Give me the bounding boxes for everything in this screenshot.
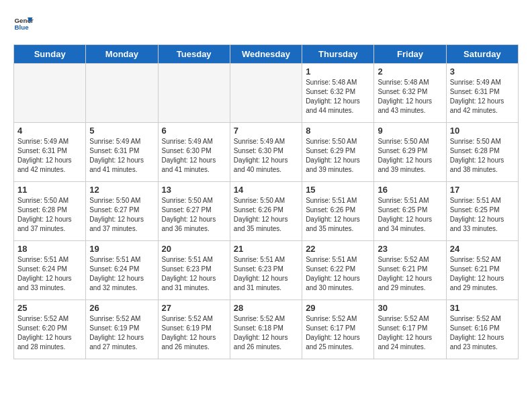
page-header: General Blue [13,13,519,34]
week-row-2: 4Sunrise: 5:49 AM Sunset: 6:31 PM Daylig… [14,123,519,182]
day-info: Sunrise: 5:51 AM Sunset: 6:24 PM Dayligh… [89,255,154,293]
day-cell: 31Sunrise: 5:52 AM Sunset: 6:16 PM Dayli… [446,300,518,359]
day-info: Sunrise: 5:49 AM Sunset: 6:31 PM Dayligh… [450,78,515,116]
calendar-table: SundayMondayTuesdayWednesdayThursdayFrid… [13,44,519,359]
day-number: 4 [17,126,82,136]
day-cell: 2Sunrise: 5:48 AM Sunset: 6:32 PM Daylig… [374,64,446,123]
day-number: 30 [378,303,442,313]
day-cell: 4Sunrise: 5:49 AM Sunset: 6:31 PM Daylig… [14,123,86,182]
day-number: 9 [378,126,442,136]
header-row: SundayMondayTuesdayWednesdayThursdayFrid… [14,45,519,64]
svg-text:Blue: Blue [15,24,30,31]
col-header-saturday: Saturday [446,45,518,64]
week-row-4: 18Sunrise: 5:51 AM Sunset: 6:24 PM Dayli… [14,241,519,300]
day-number: 7 [234,126,298,136]
day-number: 11 [17,185,82,195]
day-info: Sunrise: 5:49 AM Sunset: 6:30 PM Dayligh… [234,137,298,175]
day-info: Sunrise: 5:52 AM Sunset: 6:18 PM Dayligh… [234,314,298,352]
day-cell: 11Sunrise: 5:50 AM Sunset: 6:28 PM Dayli… [14,182,86,241]
day-info: Sunrise: 5:51 AM Sunset: 6:26 PM Dayligh… [306,196,370,234]
day-cell: 10Sunrise: 5:50 AM Sunset: 6:28 PM Dayli… [446,123,518,182]
logo-icon: General Blue [13,13,34,34]
week-row-5: 25Sunrise: 5:52 AM Sunset: 6:20 PM Dayli… [14,300,519,359]
day-number: 24 [450,244,515,254]
day-cell: 12Sunrise: 5:50 AM Sunset: 6:27 PM Dayli… [86,182,158,241]
day-info: Sunrise: 5:52 AM Sunset: 6:21 PM Dayligh… [450,255,515,293]
day-number: 31 [450,303,515,313]
day-number: 27 [162,303,226,313]
day-info: Sunrise: 5:51 AM Sunset: 6:23 PM Dayligh… [162,255,226,293]
day-cell: 20Sunrise: 5:51 AM Sunset: 6:23 PM Dayli… [158,241,230,300]
day-number: 5 [89,126,154,136]
day-cell: 29Sunrise: 5:52 AM Sunset: 6:17 PM Dayli… [302,300,374,359]
day-info: Sunrise: 5:50 AM Sunset: 6:27 PM Dayligh… [89,196,154,234]
day-number: 20 [162,244,226,254]
day-cell [14,64,86,123]
day-cell [230,64,302,123]
day-info: Sunrise: 5:50 AM Sunset: 6:27 PM Dayligh… [162,196,226,234]
col-header-sunday: Sunday [14,45,86,64]
day-info: Sunrise: 5:52 AM Sunset: 6:17 PM Dayligh… [306,314,370,352]
day-number: 16 [378,185,442,195]
day-cell: 16Sunrise: 5:51 AM Sunset: 6:25 PM Dayli… [374,182,446,241]
day-info: Sunrise: 5:51 AM Sunset: 6:22 PM Dayligh… [306,255,370,293]
day-cell: 14Sunrise: 5:50 AM Sunset: 6:26 PM Dayli… [230,182,302,241]
day-cell: 26Sunrise: 5:52 AM Sunset: 6:19 PM Dayli… [86,300,158,359]
day-number: 19 [89,244,154,254]
day-cell: 23Sunrise: 5:52 AM Sunset: 6:21 PM Dayli… [374,241,446,300]
day-number: 2 [378,66,442,77]
day-cell: 22Sunrise: 5:51 AM Sunset: 6:22 PM Dayli… [302,241,374,300]
day-number: 22 [306,244,370,254]
day-info: Sunrise: 5:50 AM Sunset: 6:29 PM Dayligh… [306,137,370,175]
day-cell: 8Sunrise: 5:50 AM Sunset: 6:29 PM Daylig… [302,123,374,182]
day-info: Sunrise: 5:50 AM Sunset: 6:26 PM Dayligh… [234,196,298,234]
day-number: 23 [378,244,442,254]
day-number: 25 [17,303,82,313]
day-cell: 27Sunrise: 5:52 AM Sunset: 6:19 PM Dayli… [158,300,230,359]
day-number: 17 [450,185,515,195]
day-number: 15 [306,185,370,195]
day-info: Sunrise: 5:52 AM Sunset: 6:17 PM Dayligh… [378,314,442,352]
day-cell: 18Sunrise: 5:51 AM Sunset: 6:24 PM Dayli… [14,241,86,300]
day-info: Sunrise: 5:50 AM Sunset: 6:28 PM Dayligh… [450,137,515,175]
day-info: Sunrise: 5:50 AM Sunset: 6:28 PM Dayligh… [17,196,82,234]
day-cell: 19Sunrise: 5:51 AM Sunset: 6:24 PM Dayli… [86,241,158,300]
col-header-friday: Friday [374,45,446,64]
day-info: Sunrise: 5:51 AM Sunset: 6:24 PM Dayligh… [17,255,82,293]
day-cell: 21Sunrise: 5:51 AM Sunset: 6:23 PM Dayli… [230,241,302,300]
day-info: Sunrise: 5:52 AM Sunset: 6:19 PM Dayligh… [89,314,154,352]
day-info: Sunrise: 5:48 AM Sunset: 6:32 PM Dayligh… [378,78,442,116]
day-cell: 24Sunrise: 5:52 AM Sunset: 6:21 PM Dayli… [446,241,518,300]
day-cell: 5Sunrise: 5:49 AM Sunset: 6:31 PM Daylig… [86,123,158,182]
day-info: Sunrise: 5:52 AM Sunset: 6:16 PM Dayligh… [450,314,515,352]
day-cell [86,64,158,123]
day-cell: 13Sunrise: 5:50 AM Sunset: 6:27 PM Dayli… [158,182,230,241]
day-number: 6 [162,126,226,136]
day-number: 18 [17,244,82,254]
day-info: Sunrise: 5:51 AM Sunset: 6:25 PM Dayligh… [378,196,442,234]
day-cell: 30Sunrise: 5:52 AM Sunset: 6:17 PM Dayli… [374,300,446,359]
day-cell: 15Sunrise: 5:51 AM Sunset: 6:26 PM Dayli… [302,182,374,241]
day-info: Sunrise: 5:52 AM Sunset: 6:21 PM Dayligh… [378,255,442,293]
day-number: 28 [234,303,298,313]
day-info: Sunrise: 5:49 AM Sunset: 6:31 PM Dayligh… [89,137,154,175]
day-info: Sunrise: 5:49 AM Sunset: 6:31 PM Dayligh… [17,137,82,175]
day-info: Sunrise: 5:51 AM Sunset: 6:25 PM Dayligh… [450,196,515,234]
day-number: 14 [234,185,298,195]
day-info: Sunrise: 5:48 AM Sunset: 6:32 PM Dayligh… [306,78,370,116]
day-info: Sunrise: 5:49 AM Sunset: 6:30 PM Dayligh… [162,137,226,175]
day-number: 26 [89,303,154,313]
day-number: 8 [306,126,370,136]
col-header-wednesday: Wednesday [230,45,302,64]
day-cell: 9Sunrise: 5:50 AM Sunset: 6:29 PM Daylig… [374,123,446,182]
col-header-tuesday: Tuesday [158,45,230,64]
day-info: Sunrise: 5:52 AM Sunset: 6:20 PM Dayligh… [17,314,82,352]
week-row-1: 1Sunrise: 5:48 AM Sunset: 6:32 PM Daylig… [14,64,519,123]
day-cell: 3Sunrise: 5:49 AM Sunset: 6:31 PM Daylig… [446,64,518,123]
day-cell: 7Sunrise: 5:49 AM Sunset: 6:30 PM Daylig… [230,123,302,182]
day-cell [158,64,230,123]
day-info: Sunrise: 5:50 AM Sunset: 6:29 PM Dayligh… [378,137,442,175]
day-cell: 6Sunrise: 5:49 AM Sunset: 6:30 PM Daylig… [158,123,230,182]
day-number: 12 [89,185,154,195]
day-cell: 17Sunrise: 5:51 AM Sunset: 6:25 PM Dayli… [446,182,518,241]
